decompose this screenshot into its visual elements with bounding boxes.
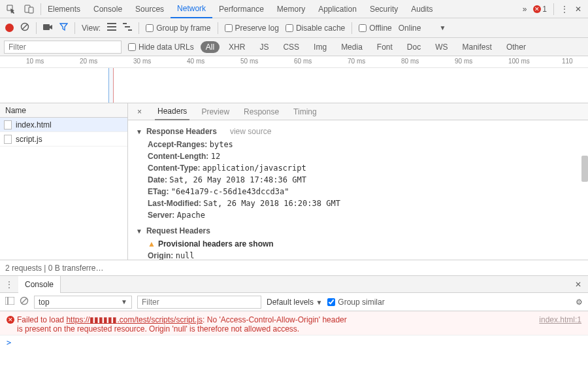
response-header-row: Content-Type: application/javascript — [136, 162, 580, 174]
close-devtools-icon[interactable]: ✕ — [575, 5, 581, 14]
kebab-menu-icon[interactable]: ⋮ — [561, 5, 568, 14]
console-filter-input[interactable] — [137, 296, 261, 309]
clear-console-icon[interactable] — [20, 296, 29, 307]
console-error-message: ✕Failed to load https://▮▮▮▮▮▮.com/test/… — [0, 311, 588, 335]
network-filter-input[interactable] — [4, 41, 122, 54]
svg-rect-11 — [5, 297, 8, 305]
timeline-tick: 100 ms — [508, 58, 530, 65]
view-source-link[interactable]: view source — [230, 127, 271, 136]
tab-console[interactable]: Console — [87, 0, 129, 18]
response-header-row: Last-Modified: Sat, 26 May 2018 16:20:38… — [136, 198, 580, 209]
svg-rect-10 — [128, 29, 132, 31]
request-name: script.js — [16, 135, 42, 144]
camera-icon[interactable] — [43, 24, 53, 33]
timeline-marker[interactable] — [108, 68, 114, 103]
waterfall-icon[interactable] — [123, 23, 132, 33]
throttle-select[interactable]: Online — [399, 24, 421, 33]
hide-data-urls-checkbox[interactable]: Hide data URLs — [128, 43, 194, 52]
clear-icon[interactable] — [20, 22, 29, 33]
timeline-tick: 20 ms — [80, 58, 97, 65]
console-drawer-tab[interactable]: Console — [18, 276, 61, 293]
response-headers-section[interactable]: ▼Response Headersview source — [136, 127, 580, 136]
svg-rect-4 — [43, 24, 50, 30]
filter-type-img[interactable]: Img — [308, 41, 332, 53]
drawer-menu-icon[interactable]: ⋮ — [0, 280, 18, 289]
filter-type-font[interactable]: Font — [372, 41, 398, 53]
tab-network[interactable]: Network — [171, 0, 212, 18]
group-similar-checkbox[interactable]: Group similar — [327, 298, 384, 307]
response-header-row: Date: Sat, 26 May 2018 17:48:36 GMT — [136, 174, 580, 186]
timeline-tick: 10 ms — [26, 58, 44, 65]
more-tabs-icon[interactable]: » — [523, 5, 527, 14]
response-header-row: ETag: "6e41a79-c-56d1e43dccd3a" — [136, 186, 580, 198]
filter-type-all[interactable]: All — [201, 41, 220, 53]
console-prompt[interactable]: > — [0, 335, 588, 350]
detail-tab-response[interactable]: Response — [241, 103, 282, 120]
detail-tab-timing[interactable]: Timing — [291, 103, 319, 120]
detail-tab-headers[interactable]: Headers — [155, 103, 189, 120]
close-drawer-icon[interactable]: ✕ — [568, 280, 588, 289]
request-name: index.html — [16, 120, 52, 129]
request-row[interactable]: index.html — [0, 118, 127, 132]
detail-tab-preview[interactable]: Preview — [199, 103, 232, 120]
filter-type-doc[interactable]: Doc — [402, 41, 426, 53]
tab-security[interactable]: Security — [363, 0, 404, 18]
separator — [139, 22, 139, 34]
timeline-tick: 40 ms — [187, 58, 204, 65]
separator — [36, 22, 37, 34]
tab-performance[interactable]: Performance — [212, 0, 270, 18]
filter-type-js[interactable]: JS — [254, 41, 274, 53]
preserve-log-checkbox[interactable]: Preserve log — [225, 24, 279, 33]
scrollbar[interactable] — [581, 156, 588, 182]
levels-select[interactable]: Default levels ▼ — [267, 298, 322, 307]
response-header-row: Accept-Ranges: bytes — [136, 139, 580, 150]
close-details-icon[interactable]: × — [133, 107, 146, 116]
record-icon[interactable] — [5, 24, 14, 32]
chevron-down-icon[interactable]: ▼ — [439, 24, 446, 31]
disable-cache-checkbox[interactable]: Disable cache — [286, 24, 345, 33]
separator — [74, 22, 75, 34]
error-count-badge[interactable]: ✕1 — [533, 5, 547, 14]
response-header-row: Server: Apache — [136, 209, 580, 221]
context-select[interactable]: top▼ — [34, 296, 132, 309]
filter-type-css[interactable]: CSS — [278, 41, 304, 53]
separator — [351, 22, 352, 34]
request-header-row: Origin: null — [136, 250, 580, 260]
svg-rect-5 — [107, 23, 116, 24]
tab-application[interactable]: Application — [312, 0, 363, 18]
gear-icon[interactable]: ⚙ — [576, 298, 583, 307]
request-headers-section[interactable]: ▼Request Headers — [136, 226, 580, 235]
view-label: View: — [82, 24, 101, 33]
svg-rect-6 — [107, 26, 116, 27]
timeline-tick: 50 ms — [240, 58, 258, 65]
filter-type-xhr[interactable]: XHR — [223, 41, 250, 53]
svg-rect-9 — [125, 26, 130, 27]
timeline-tick: 110 — [562, 58, 573, 65]
tab-sources[interactable]: Sources — [129, 0, 171, 18]
group-by-frame-checkbox[interactable]: Group by frame — [146, 24, 210, 33]
filter-type-manifest[interactable]: Manifest — [457, 41, 497, 53]
filter-type-other[interactable]: Other — [501, 41, 531, 53]
device-icon[interactable] — [22, 3, 35, 16]
separator — [553, 3, 554, 15]
tab-memory[interactable]: Memory — [270, 0, 312, 18]
filter-type-ws[interactable]: WS — [430, 41, 453, 53]
timeline-tick: 90 ms — [455, 58, 472, 65]
large-rows-icon[interactable] — [107, 23, 116, 33]
name-column-header[interactable]: Name — [0, 103, 127, 118]
status-bar: 2 requests | 0 B transferre… — [0, 260, 588, 276]
svg-line-3 — [22, 24, 27, 29]
tab-audits[interactable]: Audits — [404, 0, 439, 18]
source-link[interactable]: index.html:1 — [539, 315, 581, 324]
offline-checkbox[interactable]: Offline — [359, 24, 391, 33]
filter-toggle-icon[interactable] — [59, 23, 68, 33]
console-sidebar-icon[interactable] — [5, 297, 14, 307]
inspect-icon[interactable] — [4, 3, 17, 16]
svg-rect-8 — [123, 23, 127, 24]
filter-type-media[interactable]: Media — [336, 41, 368, 53]
file-icon — [4, 120, 12, 129]
svg-rect-12 — [8, 297, 14, 305]
tab-elements[interactable]: Elements — [41, 0, 87, 18]
timeline-tick: 80 ms — [401, 58, 419, 65]
request-row[interactable]: script.js — [0, 132, 127, 146]
